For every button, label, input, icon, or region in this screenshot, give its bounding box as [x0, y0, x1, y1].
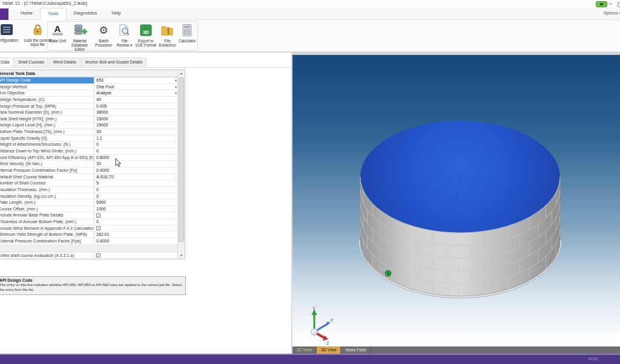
material-database-editor-button[interactable]: Material Database Editor — [67, 22, 93, 51]
table-row[interactable]: Run ObjectiveAnalyze▾ — [0, 90, 179, 97]
row-value[interactable]: 0.8000 — [94, 155, 179, 161]
tab-tools[interactable]: Tools — [40, 8, 67, 20]
options-button[interactable]: Options ▾ — [603, 11, 620, 16]
row-value[interactable]: 5000 — [94, 200, 179, 206]
table-row[interactable]: Number of Shell Courses5 — [0, 180, 179, 187]
table-row[interactable]: Bottom Plate Thickness [Tb], (mm.)30 — [0, 129, 179, 135]
table-row[interactable]: API Design Code653▾ — [0, 77, 179, 84]
table-row[interactable]: External Pressure Combination Factor [Fp… — [0, 238, 179, 245]
table-row[interactable]: Design Liquid Level [H], (mm.)15000 — [0, 122, 179, 129]
row-label: Tank Shell Height [HTK], (mm.) — [0, 116, 94, 122]
scroll-down-icon[interactable]: ▼ — [178, 252, 185, 259]
row-value[interactable]: 0 — [94, 148, 179, 154]
table-row[interactable]: Minimum Yield Strength of Bottom Plate, … — [0, 232, 179, 238]
file-menu-button[interactable] — [0, 8, 8, 20]
table-row[interactable]: Distance Down to Top Wind Girder, (mm.)0 — [0, 148, 179, 155]
checkbox[interactable]: ✓ — [96, 226, 101, 230]
configuration-button[interactable]: Configuration — [0, 22, 21, 51]
scrollbar-thumb[interactable] — [179, 77, 184, 242]
table-row[interactable]: Plate Length, (mm.)5000 — [0, 200, 179, 206]
tab-wind-details[interactable]: Wind Details — [49, 57, 81, 67]
row-value[interactable]: 0 — [94, 193, 179, 200]
tab-shell-courses[interactable]: Shell Courses — [14, 57, 48, 67]
file-review-button[interactable]: File Review ▾ — [115, 22, 134, 51]
row-label: API Design Code — [0, 77, 94, 83]
row-value[interactable]: 0.005 — [94, 103, 179, 109]
batch-processor-button[interactable]: ⚙ Batch Processor — [92, 22, 115, 51]
file-extraction-button[interactable]: File Extraction — [158, 22, 177, 51]
table-row[interactable]: Design MethodOne Foot▾ — [0, 84, 179, 91]
chevron-down-icon[interactable]: ▾ — [175, 90, 177, 96]
table-row[interactable]: Internal Pressure Combination Factor [Fp… — [0, 167, 179, 174]
row-value[interactable]: 262.01 — [94, 232, 179, 238]
table-row[interactable]: Tank Shell Height [HTK], (mm.)15000 — [0, 116, 179, 123]
row-value[interactable]: 30 — [94, 129, 179, 135]
row-value[interactable]: 5 — [94, 180, 179, 186]
table-row[interactable]: Weight of Attachments/Structures, (N.)0 — [0, 141, 179, 148]
window-control-icon[interactable] — [618, 2, 620, 7]
table-row[interactable]: Insulation Density, (kg./cu.cm.)0 — [0, 193, 179, 200]
row-value[interactable]: Analyze▾ — [94, 90, 179, 96]
value-text: 0 — [96, 219, 99, 224]
row-value[interactable]: 30 — [94, 161, 179, 167]
table-row[interactable]: Default Shell Course MaterialA-516,70... — [0, 174, 179, 181]
make-unit-icon: A — [50, 22, 65, 38]
table-row[interactable]: Joint Efficiency (API 620, API 650 App A… — [0, 155, 179, 161]
tab-2d-view[interactable]: 2D View — [292, 346, 317, 354]
tab-news-feed[interactable]: News Feed — [341, 346, 371, 354]
calculator-icon — [180, 22, 194, 38]
data-panel: Data Shell Courses Wind Details Anchor B… — [0, 53, 291, 354]
checkbox[interactable]: ✓ — [96, 213, 101, 218]
value-text: 5000 — [96, 200, 106, 204]
row-value[interactable]: 15000 — [94, 116, 179, 122]
row-value[interactable]: 1000 — [94, 206, 179, 212]
chevron-down-icon[interactable]: ▾ — [175, 77, 177, 83]
tab-help[interactable]: Help — [104, 8, 128, 20]
row-value[interactable]: 1.2 — [94, 135, 179, 141]
table-row[interactable]: Design Pressure at Top, (MPA)0.005 — [0, 103, 179, 110]
table-row[interactable]: Course Offset, (mm.)1000 — [0, 206, 179, 213]
minimize-icon[interactable]: – — [609, 1, 612, 7]
row-value[interactable]: ✓ — [94, 226, 179, 232]
calculator-button[interactable]: Calculator — [177, 22, 197, 51]
tab-diagnostics[interactable]: Diagnostics — [67, 8, 105, 20]
row-value[interactable]: One Foot▾ — [94, 84, 179, 90]
table-row[interactable]: Design Temperature, (C)40 — [0, 97, 179, 103]
tab-data[interactable]: Data — [0, 57, 13, 67]
table-row[interactable]: Entire shell course evaluation (4.3.3.1.… — [0, 252, 179, 259]
row-value[interactable]: A-516,70... — [94, 174, 179, 180]
table-row[interactable]: Liquid Specific Gravity [G]1.2 — [0, 135, 179, 142]
tab-3d-view[interactable]: 3D View — [317, 346, 341, 354]
chevron-down-icon: ▾ — [130, 43, 132, 47]
row-value[interactable]: 0.4000 — [94, 167, 179, 174]
row-value[interactable]: 0 — [94, 219, 179, 225]
row-value[interactable]: 15000 — [94, 122, 179, 128]
row-value[interactable]: 38000 — [94, 109, 179, 115]
make-unit-button[interactable]: A Make Unit — [48, 22, 67, 51]
row-value[interactable]: 653▾ — [94, 77, 179, 83]
value-text: 0 — [96, 187, 99, 192]
checkbox[interactable]: ✓ — [96, 253, 101, 258]
table-row[interactable]: Tank Nominal Diameter [D], (mm.)38000 — [0, 109, 179, 116]
material-database-icon — [72, 22, 88, 38]
table-row[interactable]: Wind Velocity, (M./sec.)30 — [0, 161, 179, 167]
recorder-icon[interactable] — [596, 1, 607, 7]
ellipsis-button[interactable]: ... — [174, 174, 177, 180]
table-row[interactable]: Thickness of Annular Bottom Plate, (mm.)… — [0, 219, 179, 226]
row-label: Wind Velocity, (M./sec.) — [0, 161, 94, 167]
table-row[interactable]: Insulation Thickness, (mm.)0 — [0, 187, 179, 193]
chevron-down-icon[interactable]: ▾ — [175, 84, 177, 90]
row-value[interactable]: 40 — [94, 97, 179, 103]
3d-canvas[interactable]: Y X Z — [292, 55, 620, 346]
row-value[interactable]: 0 — [94, 141, 179, 148]
row-value[interactable]: 0 — [94, 187, 179, 193]
table-row[interactable]: Include Wind Moment in Appendix F.4.2 Ca… — [0, 226, 179, 232]
scroll-up-icon[interactable]: ▲ — [178, 70, 185, 77]
row-value[interactable]: 0.4000 — [94, 238, 179, 244]
tab-anchor-bolt[interactable]: Anchor Bolt and Gusset Details — [81, 57, 147, 67]
grid-scrollbar[interactable]: ▲ ▼ — [177, 70, 185, 259]
tab-home[interactable]: Home — [13, 8, 40, 20]
export-vue-button[interactable]: 3D Export to VUE Format — [134, 22, 158, 51]
row-value[interactable]: ✓ — [94, 212, 179, 218]
table-row[interactable]: Include Annular Base Plate Details✓ — [0, 212, 179, 219]
